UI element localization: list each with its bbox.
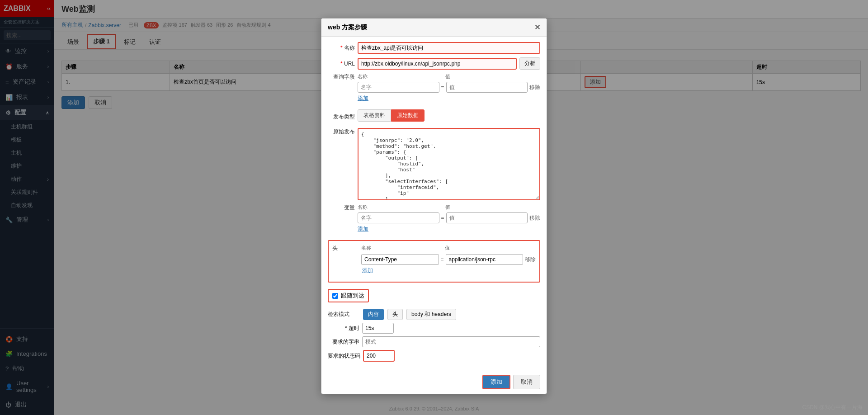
header-add-row: 添加 [362, 267, 536, 278]
post-tab-raw[interactable]: 原始数据 [391, 109, 425, 122]
query-remove-button[interactable]: 移除 [529, 84, 540, 91]
headers-section: 头 名称 值 = 移除 添加 [328, 240, 540, 283]
url-row: URL 分析 [328, 57, 540, 70]
query-add-link[interactable]: 添加 [358, 94, 368, 102]
query-eq-col [439, 73, 443, 80]
variables-header: 名称 值 [358, 204, 540, 211]
post-tabs: 表格资料 原始数据 [358, 109, 425, 122]
variables-row: 变量 名称 值 = 移除 添加 [328, 204, 540, 236]
follow-redirects-label: 跟随到达 [341, 292, 364, 300]
timeout-input[interactable] [362, 323, 394, 334]
raw-post-textarea[interactable]: { "jsonrpc": "2.0", "method": "host.get"… [358, 128, 540, 200]
query-fields-header: 名称 值 [358, 73, 540, 80]
query-name-col: 名称 [358, 73, 437, 80]
modal-add-button[interactable]: 添加 [482, 375, 510, 389]
query-equals: = [441, 84, 444, 90]
var-remove-button[interactable]: 移除 [529, 214, 540, 222]
url-label: URL [328, 61, 355, 67]
retrieve-mode-content[interactable]: 内容 [363, 309, 384, 320]
header-add-link[interactable]: 添加 [362, 267, 373, 274]
required-string-input[interactable] [362, 336, 540, 347]
header-eq: = [441, 256, 444, 263]
status-code-input[interactable] [363, 350, 395, 362]
modal-header: web 方案步骤 ✕ [321, 19, 547, 37]
retrieve-mode-label: 检索模式 [328, 311, 359, 318]
follow-redirects-row: 跟随到达 [328, 286, 540, 305]
follow-redirects-checkbox[interactable] [332, 293, 338, 299]
header-value-input[interactable] [446, 254, 524, 265]
headers-header: 头 名称 值 [332, 245, 536, 252]
retrieve-mode-body-headers[interactable]: body 和 headers [406, 309, 456, 320]
status-code-label: 要求的状态码 [328, 352, 360, 360]
raw-post-row: 原始发布 { "jsonrpc": "2.0", "method": "host… [328, 128, 540, 200]
timeout-row: * 超时 [328, 323, 540, 334]
name-row: 名称 [328, 42, 540, 54]
query-row-1: = 移除 [358, 82, 540, 93]
name-label: 名称 [328, 44, 355, 52]
post-tab-form[interactable]: 表格资料 [358, 109, 391, 122]
var-name-col: 名称 [358, 204, 437, 211]
var-action-col [527, 204, 540, 211]
post-type-label: 发布类型 [328, 113, 355, 121]
modal-footer: 添加 取消 [321, 370, 547, 394]
var-add-link[interactable]: 添加 [358, 225, 368, 233]
timeout-label: * 超时 [328, 325, 359, 332]
header-remove-button[interactable]: 移除 [525, 256, 536, 264]
modal-close-button[interactable]: ✕ [534, 23, 540, 32]
name-input[interactable] [358, 42, 540, 54]
header-name-col: 名称 [361, 245, 437, 252]
post-type-row: 发布类型 表格资料 原始数据 [328, 109, 540, 124]
modal-title: web 方案步骤 [328, 24, 367, 32]
query-action-col [527, 73, 540, 80]
query-name-input[interactable] [358, 82, 439, 93]
watermark-text: CSDN @我心中有一片海 [802, 404, 863, 411]
var-equals: = [441, 215, 444, 221]
url-input[interactable] [358, 58, 517, 70]
modal-web-step: web 方案步骤 ✕ 名称 URL 分析 查询字段 名称 [321, 18, 547, 394]
required-string-row: 要求的字串 [328, 336, 540, 347]
var-value-col: 值 [445, 204, 525, 211]
variables-row-1: = 移除 [358, 212, 540, 223]
var-eq-col [439, 204, 443, 211]
follow-redirects-container: 跟随到达 [328, 289, 369, 302]
header-action-col [522, 245, 536, 252]
header-name-input[interactable] [361, 254, 439, 265]
retrieve-mode-row: 检索模式 内容 头 body 和 headers [328, 309, 540, 320]
header-eq-col [439, 245, 443, 252]
raw-post-label: 原始发布 [328, 128, 355, 136]
modal-body: 名称 URL 分析 查询字段 名称 值 [321, 37, 547, 370]
query-fields-section: 查询字段 名称 值 = 移除 添加 [328, 73, 540, 106]
headers-label: 头 [332, 245, 359, 252]
query-value-col: 值 [445, 73, 525, 80]
modal-overlay: web 方案步骤 ✕ 名称 URL 分析 查询字段 名称 [0, 0, 868, 415]
analyze-button[interactable]: 分析 [519, 57, 540, 70]
var-name-input[interactable] [358, 212, 439, 223]
var-value-input[interactable] [446, 212, 528, 223]
query-value-input[interactable] [446, 82, 528, 93]
query-fields-label: 查询字段 [328, 73, 355, 81]
variables-container: 名称 值 = 移除 添加 [358, 204, 540, 236]
required-string-label: 要求的字串 [328, 338, 359, 346]
variables-label: 变量 [328, 204, 355, 212]
modal-cancel-button[interactable]: 取消 [513, 375, 540, 389]
header-value-col: 值 [445, 245, 520, 252]
status-code-row: 要求的状态码 [328, 350, 540, 362]
header-row-1: = 移除 [332, 254, 536, 265]
query-fields-container: 名称 值 = 移除 添加 [358, 73, 540, 106]
retrieve-mode-headers[interactable]: 头 [387, 309, 403, 320]
